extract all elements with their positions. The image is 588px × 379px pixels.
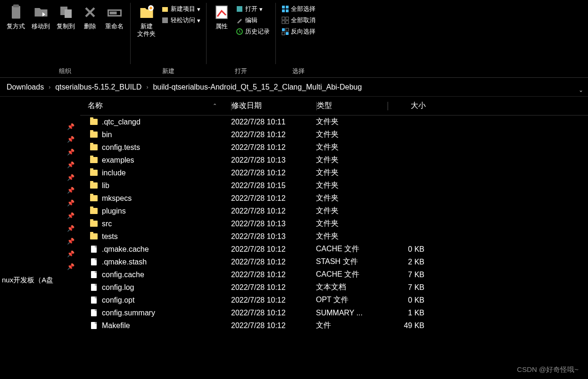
folder-icon bbox=[90, 220, 98, 228]
file-name: config.cache bbox=[102, 271, 144, 279]
sidebar-item[interactable]: 📌 bbox=[0, 158, 80, 171]
file-date: 2022/7/28 10:13 bbox=[231, 220, 316, 228]
svg-rect-23 bbox=[282, 32, 285, 35]
file-row[interactable]: plugins2022/7/28 10:12文件夹 bbox=[80, 205, 588, 217]
column-header-type[interactable]: 类型 bbox=[317, 101, 388, 111]
pin-icon: 📌 bbox=[67, 199, 75, 206]
ribbon-group-new-label: 新建 bbox=[134, 65, 202, 77]
file-row[interactable]: tests2022/7/28 10:13文件夹 bbox=[80, 230, 588, 243]
history-button[interactable]: 历史记录 bbox=[234, 26, 272, 37]
file-name: Makefile bbox=[102, 321, 130, 330]
svg-rect-5 bbox=[109, 12, 116, 15]
select-none-button[interactable]: 全部取消 bbox=[280, 15, 317, 25]
address-bar[interactable]: Downloads › qtserialbus-5.15.2_BUILD › b… bbox=[0, 78, 588, 97]
file-type: CACHE 文件 bbox=[316, 270, 387, 280]
sidebar-item[interactable]: 📌 bbox=[0, 209, 80, 222]
file-date: 2022/7/28 10:11 bbox=[231, 118, 316, 126]
select-all-button[interactable]: 全部选择 bbox=[280, 4, 317, 14]
svg-rect-0 bbox=[12, 6, 20, 19]
svg-rect-12 bbox=[282, 6, 285, 8]
svg-rect-22 bbox=[286, 28, 289, 31]
edit-button[interactable]: 编辑 bbox=[234, 15, 272, 25]
ribbon-group-organize: 复方式 移动到 复制到 删除 重命名 组织 bbox=[0, 0, 130, 77]
easy-access-button[interactable]: 轻松访问 ▾ bbox=[159, 15, 202, 25]
file-date: 2022/7/28 10:13 bbox=[231, 156, 316, 165]
ribbon-group-open-label: 打开 bbox=[210, 65, 272, 77]
copy-to-button[interactable]: 复制到 bbox=[54, 2, 78, 32]
ribbon-group-organize-label: 组织 bbox=[4, 65, 126, 77]
file-row[interactable]: lib2022/7/28 10:15文件夹 bbox=[80, 179, 588, 192]
file-size: 2 KB bbox=[387, 258, 434, 266]
file-row[interactable]: Makefile2022/7/28 10:12文件49 KB bbox=[80, 319, 588, 332]
sidebar-item-visible[interactable]: nux开发板（A盘 bbox=[0, 273, 80, 288]
file-type: 文件夹 bbox=[316, 206, 387, 216]
file-date: 2022/7/28 10:12 bbox=[231, 271, 316, 279]
file-row[interactable]: include2022/7/28 10:12文件夹 bbox=[80, 166, 588, 179]
file-date: 2022/7/28 10:12 bbox=[231, 309, 316, 317]
svg-rect-1 bbox=[13, 5, 19, 8]
chevron-down-icon: ▾ bbox=[197, 17, 200, 24]
pin-icon: 📌 bbox=[67, 263, 75, 270]
sidebar-item[interactable]: 📌 bbox=[0, 222, 80, 235]
file-name: bin bbox=[102, 131, 112, 139]
file-type: 文件夹 bbox=[316, 168, 387, 178]
file-type: 文件夹 bbox=[316, 155, 387, 165]
svg-rect-19 bbox=[286, 21, 289, 24]
file-size: 7 KB bbox=[387, 283, 434, 292]
column-header-size[interactable]: 大小 bbox=[388, 101, 435, 111]
folder-icon bbox=[90, 181, 98, 190]
file-row[interactable]: config.tests2022/7/28 10:12文件夹 bbox=[80, 141, 588, 154]
sidebar-item[interactable]: 📌 bbox=[0, 247, 80, 260]
paste-mode-button[interactable]: 复方式 bbox=[4, 2, 28, 32]
file-date: 2022/7/28 10:12 bbox=[231, 143, 316, 152]
file-row[interactable]: src2022/7/28 10:13文件夹 bbox=[80, 217, 588, 230]
sidebar-item[interactable]: 📌 bbox=[0, 197, 80, 209]
file-icon bbox=[90, 283, 98, 292]
file-row[interactable]: config.cache2022/7/28 10:12CACHE 文件7 KB bbox=[80, 268, 588, 281]
file-row[interactable]: config.summary2022/7/28 10:12SUMMARY ...… bbox=[80, 306, 588, 319]
file-icon bbox=[90, 321, 98, 330]
file-date: 2022/7/28 10:12 bbox=[231, 296, 316, 305]
sidebar-item[interactable]: 📌 bbox=[0, 171, 80, 184]
easy-access-icon bbox=[161, 16, 169, 24]
select-all-icon bbox=[282, 5, 289, 13]
sidebar-item[interactable]: 📌 bbox=[0, 260, 80, 273]
svg-rect-20 bbox=[282, 28, 285, 31]
rename-button[interactable]: 重命名 bbox=[102, 2, 126, 32]
column-header-date[interactable]: 修改日期 bbox=[232, 101, 316, 111]
move-to-icon bbox=[33, 4, 50, 21]
file-row[interactable]: .qmake.stash2022/7/28 10:12STASH 文件2 KB bbox=[80, 255, 588, 268]
chevron-down-icon: ▾ bbox=[259, 6, 263, 13]
sidebar-item[interactable]: 📌 bbox=[0, 120, 80, 133]
svg-rect-7 bbox=[162, 7, 168, 12]
move-to-button[interactable]: 移动到 bbox=[29, 2, 53, 32]
file-row[interactable]: bin2022/7/28 10:12文件夹 bbox=[80, 128, 588, 141]
column-header-name[interactable]: 名称 ⌃ bbox=[80, 101, 231, 111]
column-header-row: 名称 ⌃ 修改日期 类型 大小 bbox=[80, 97, 588, 115]
open-button[interactable]: 打开 ▾ bbox=[234, 4, 272, 14]
invert-selection-button[interactable]: 反向选择 bbox=[280, 26, 317, 37]
delete-button[interactable]: 删除 bbox=[79, 2, 101, 32]
file-size: 0 KB bbox=[387, 296, 434, 305]
file-size: 7 KB bbox=[387, 271, 434, 279]
pin-icon: 📌 bbox=[67, 250, 75, 257]
breadcrumb-segment[interactable]: Downloads bbox=[4, 83, 47, 91]
new-folder-button[interactable]: 新建 文件夹 bbox=[134, 2, 158, 39]
svg-rect-15 bbox=[286, 9, 289, 12]
file-row[interactable]: mkspecs2022/7/28 10:12文件夹 bbox=[80, 192, 588, 205]
properties-button[interactable]: 属性 bbox=[210, 2, 233, 32]
address-dropdown-icon[interactable]: ⌄ bbox=[579, 87, 583, 93]
file-row[interactable]: config.opt2022/7/28 10:12OPT 文件0 KB bbox=[80, 294, 588, 306]
sidebar-item[interactable]: 📌 bbox=[0, 235, 80, 247]
file-row[interactable]: examples2022/7/28 10:13文件夹 bbox=[80, 154, 588, 166]
file-row[interactable]: config.log2022/7/28 10:12文本文档7 KB bbox=[80, 281, 588, 294]
new-item-icon bbox=[161, 5, 169, 13]
breadcrumb-segment[interactable]: qtserialbus-5.15.2_BUILD bbox=[52, 83, 144, 91]
file-row[interactable]: .qtc_clangd2022/7/28 10:11文件夹 bbox=[80, 115, 588, 128]
new-item-button[interactable]: 新建项目 ▾ bbox=[159, 4, 202, 14]
sidebar-item[interactable]: 📌 bbox=[0, 146, 80, 158]
sidebar-item[interactable]: 📌 bbox=[0, 184, 80, 197]
file-row[interactable]: .qmake.cache2022/7/28 10:12CACHE 文件0 KB bbox=[80, 243, 588, 255]
sidebar-item[interactable]: 📌 bbox=[0, 133, 80, 146]
breadcrumb-segment[interactable]: build-qtserialbus-Android_Qt_5_15_2_Clan… bbox=[150, 83, 364, 91]
